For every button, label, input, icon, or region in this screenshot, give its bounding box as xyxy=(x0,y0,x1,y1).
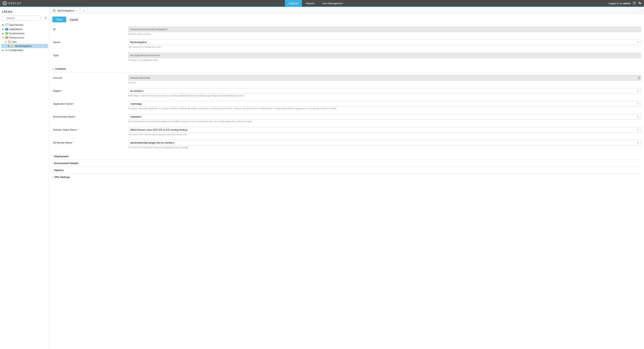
app-header: XL DEPLOY Explorer Reports User Manageme… xyxy=(0,0,644,7)
caret-right-icon: ▶ xyxy=(8,45,10,47)
file-icon xyxy=(52,9,56,12)
input-region[interactable] xyxy=(128,88,641,94)
caret-down-icon: ▼ xyxy=(4,41,7,43)
select-account[interactable]: Infrastructure/Aws▼ xyxy=(128,75,641,81)
chevron-right-icon: › xyxy=(52,155,53,157)
clear-icon[interactable]: ✕ xyxy=(637,128,639,131)
plus-icon: + xyxy=(83,9,85,13)
monitor-icon xyxy=(5,23,8,26)
kebab-icon[interactable]: ⋮ xyxy=(44,45,47,47)
section-label: Deployment xyxy=(54,155,68,158)
clear-icon[interactable]: ✕ xyxy=(637,115,639,118)
nav-reports[interactable]: Reports xyxy=(302,0,318,7)
tree-label: Aws xyxy=(12,40,47,43)
tab-label: MyTestAppEnv xyxy=(58,9,74,12)
content-area: MyTestAppEnv × + ⌄ Save Cancel ID Full i… xyxy=(49,7,644,349)
product-logo: XL DEPLOY xyxy=(0,1,24,5)
logo-letters: XL xyxy=(4,2,6,4)
label-id: ID xyxy=(52,26,128,31)
input-name[interactable] xyxy=(128,39,641,45)
clear-icon[interactable]: ✕ xyxy=(637,41,639,44)
gear-icon[interactable] xyxy=(638,1,641,5)
gear-icon xyxy=(5,49,8,51)
tab-mytestappenv[interactable]: MyTestAppEnv × xyxy=(50,8,80,13)
tree-environments[interactable]: ▶Environments xyxy=(1,31,48,35)
label-type: Type xyxy=(52,52,128,57)
caret-right-icon: ▶ xyxy=(2,49,4,51)
cancel-link[interactable]: Cancel xyxy=(70,18,78,21)
section-env-details[interactable]: ›Environment Details xyxy=(52,160,641,167)
input-env-name[interactable] xyxy=(128,114,641,119)
caret-right-icon: ▶ xyxy=(2,28,4,30)
tree-label: Applications xyxy=(9,28,47,30)
caret-down-icon: ▼ xyxy=(2,36,4,39)
label-stack-name: Solution Stack Name* xyxy=(52,127,128,131)
tree-configuration[interactable]: ▶Configuration xyxy=(1,48,48,52)
input-type xyxy=(128,52,641,58)
section-label: VPC Settings xyxy=(54,176,70,179)
logged-in-label: Logged in as admin xyxy=(608,2,630,5)
refresh-icon[interactable] xyxy=(44,16,48,20)
close-icon[interactable]: × xyxy=(76,9,78,12)
svg-text:?: ? xyxy=(634,2,635,4)
section-options[interactable]: ›Options xyxy=(52,167,641,174)
label-env-name: Environment Name* xyxy=(52,114,128,118)
tree: ▶Task Monitor ▶Applications ▶Environment… xyxy=(0,23,49,349)
sidebar-title: Library xyxy=(0,7,49,15)
header-right: Logged in as admin ? xyxy=(608,1,644,5)
help-app-name: An Elastic Beanstalk application is a lo… xyxy=(128,107,641,110)
username: admin xyxy=(623,2,630,5)
section-label: Options xyxy=(54,169,64,172)
help-stack-name: The name of the SolutionStack deployed w… xyxy=(128,133,641,136)
input-bucket[interactable] xyxy=(128,140,641,145)
input-stack-name[interactable] xyxy=(128,127,641,133)
section-vpc[interactable]: ›VPC Settings xyxy=(52,174,641,180)
chevron-right-icon: › xyxy=(52,162,53,164)
section-deployment[interactable]: ›Deployment xyxy=(52,153,641,160)
help-account: Account xyxy=(128,81,641,84)
caret-down-icon: ▼ xyxy=(637,75,641,80)
chevron-down-icon: ⌄ xyxy=(52,67,54,70)
product-name: DEPLOY xyxy=(8,2,22,5)
nav-user-management[interactable]: User Management xyxy=(318,0,347,7)
label-bucket: S3 Bucket Name* xyxy=(52,140,128,144)
sidebar: Library ▶Task Monitor ▶Applications ▶Env… xyxy=(0,7,49,349)
label-app-name: Application Name* xyxy=(52,101,128,105)
nav-explorer[interactable]: Explorer xyxy=(285,0,302,7)
section-label: Environment Details xyxy=(54,162,78,165)
label-region: Region* xyxy=(52,88,128,92)
caret-right-icon: ▶ xyxy=(2,32,4,34)
clear-icon[interactable]: ✕ xyxy=(637,102,639,105)
tree-label: Task Monitor xyxy=(9,23,47,26)
help-icon[interactable]: ? xyxy=(633,1,636,5)
chevron-right-icon: › xyxy=(52,176,53,178)
add-tab-button[interactable]: + xyxy=(80,8,88,13)
search-input[interactable] xyxy=(2,15,41,21)
tree-mytestappenv[interactable]: ▶MyTestAppEnv⋮ xyxy=(1,44,48,48)
tree-infrastructure[interactable]: ▼Infrastructure xyxy=(1,35,48,40)
clear-icon[interactable]: ✕ xyxy=(637,89,639,92)
save-button[interactable]: Save xyxy=(52,16,66,22)
section-common[interactable]: ⌄Common xyxy=(52,65,641,72)
editor-tabs: MyTestAppEnv × + ⌄ xyxy=(49,7,644,13)
help-bucket: The name of the S3 bucket where the appl… xyxy=(128,146,641,149)
help-type: The type of a configuration item. xyxy=(128,59,641,61)
tree-applications[interactable]: ▶Applications xyxy=(1,27,48,31)
file-icon xyxy=(11,44,14,47)
help-env-name: An environment is a version that is depl… xyxy=(128,120,641,123)
nav-label: Reports xyxy=(306,2,315,5)
chevron-right-icon: › xyxy=(52,169,53,171)
nav-label: User Management xyxy=(322,2,343,5)
help-name: The name of the configuration item. xyxy=(128,46,641,48)
tree-task-monitor[interactable]: ▶Task Monitor xyxy=(1,23,48,27)
input-app-name[interactable] xyxy=(128,101,641,107)
form: Save Cancel ID Full item folder structur… xyxy=(49,13,644,349)
file-icon xyxy=(8,40,11,43)
tabs-dropdown[interactable]: ⌄ xyxy=(640,7,644,13)
caret-right-icon: ▶ xyxy=(2,24,4,26)
tree-label: Environments xyxy=(9,32,47,35)
box-icon xyxy=(5,27,8,30)
clear-icon[interactable]: ✕ xyxy=(637,141,639,144)
primary-nav: Explorer Reports User Management xyxy=(285,0,347,7)
tree-aws[interactable]: ▼Aws xyxy=(1,40,48,44)
